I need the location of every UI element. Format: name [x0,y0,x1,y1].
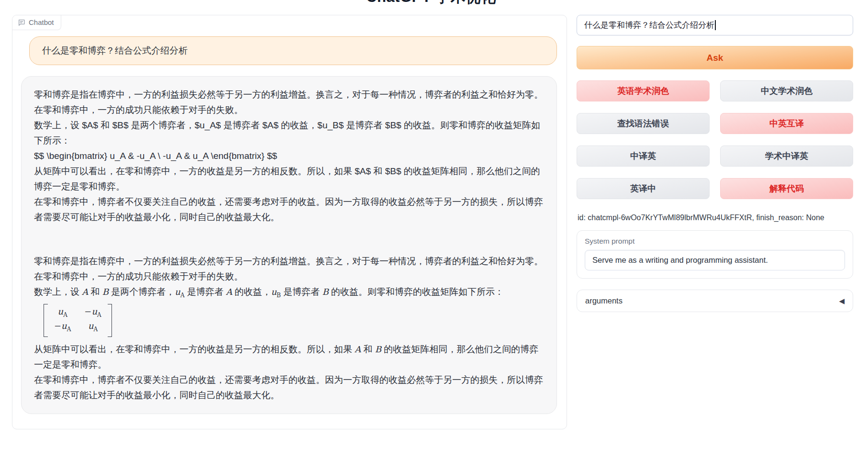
speech-bubble-icon [18,19,25,26]
button-english-academic-polish[interactable]: 英语学术润色 [577,80,710,101]
arguments-accordion[interactable]: arguments ◀ [577,290,853,312]
chatbot-label: Chatbot [12,15,61,30]
button-find-grammar-errors[interactable]: 查找语法错误 [577,113,710,134]
button-zh-en-mutual-translate[interactable]: 中英互译 [720,113,853,134]
response-status-line: id: chatcmpl-6wOo7KrYTwMl89lbrMWRu4UkFFX… [577,213,853,222]
button-explain-code[interactable]: 解释代码 [720,178,853,199]
matrix-right-bracket [108,304,112,337]
message-gap [34,225,544,254]
bot-message-rendered-p4: 在零和博弈中，博弈者不仅要关注自己的收益，还需要考虑对手的收益。因为一方取得的收… [34,372,544,403]
button-en-to-zh[interactable]: 英译中 [577,178,710,199]
matrix-cell: uA [84,320,101,335]
bot-message-bubble: 零和博弈是指在博弈中，一方的利益损失必然等于另一方的利益增益。换言之，对于每一种… [21,76,557,414]
payoff-matrix: uA −uA −uA uA [34,303,544,342]
user-message-bubble: 什么是零和博弈？结合公式介绍分析 [29,36,557,65]
button-chinese-academic-polish[interactable]: 中文学术润色 [720,80,853,101]
matrix-cell: −uA [84,306,101,321]
button-zh-to-en[interactable]: 中译英 [577,146,710,167]
bot-message-raw: 零和博弈是指在博弈中，一方的利益损失必然等于另一方的利益增益。换言之，对于每一种… [34,87,544,225]
ask-button[interactable]: Ask [577,46,853,69]
bot-message-rendered-p3: 从矩阵中可以看出，在零和博弈中，一方的收益是另一方的相反数。所以，如果 A 和 … [34,342,544,372]
text-cursor [715,20,716,30]
bot-message-rendered-p2: 数学上，设 A 和 B 是两个博弈者，uA 是博弈者 A 的收益，uB 是博弈者… [34,284,544,303]
question-input[interactable]: 什么是零和博弈？结合公式介绍分析 [577,15,853,35]
question-input-value: 什么是零和博弈？结合公式介绍分析 [584,20,714,31]
bot-message-rendered-p1: 零和博弈是指在博弈中，一方的利益损失必然等于另一方的利益增益。换言之，对于每一种… [34,254,544,284]
system-prompt-input[interactable]: Serve me as a writing and programming as… [585,250,845,270]
arguments-accordion-label: arguments [585,296,623,305]
chatbot-label-text: Chatbot [29,18,54,26]
system-prompt-box: System prompt Serve me as a writing and … [577,230,853,279]
matrix-cell: uA [54,306,71,321]
control-panel: 什么是零和博弈？结合公式介绍分析 Ask 英语学术润色 中文学术润色 查找语法错… [577,15,853,312]
accordion-collapse-icon: ◀ [839,297,845,305]
chatbot-panel: Chatbot 什么是零和博弈？结合公式介绍分析 零和博弈是指在博弈中，一方的利… [12,15,567,429]
matrix-left-bracket [44,304,48,337]
button-academic-zh-to-en[interactable]: 学术中译英 [720,146,853,167]
page-title: ChatGPT 学术优化 [366,0,496,7]
matrix-cell: −uA [54,320,71,335]
function-button-grid: 英语学术润色 中文学术润色 查找语法错误 中英互译 中译英 学术中译英 英译中 … [577,80,853,199]
chat-area: 什么是零和博弈？结合公式介绍分析 零和博弈是指在博弈中，一方的利益损失必然等于另… [12,15,567,414]
system-prompt-label: System prompt [585,237,845,246]
